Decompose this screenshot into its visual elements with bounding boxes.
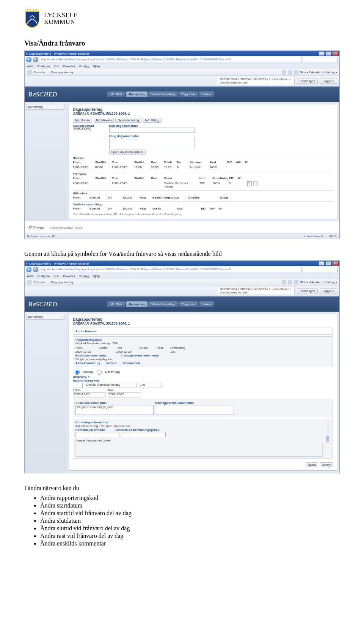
- cancel-button[interactable]: Avbryt: [320, 462, 333, 467]
- crest-icon: [24, 9, 40, 28]
- window-title: Dagrapportering - Windows Internet Explo…: [29, 262, 89, 265]
- panel-head: Ändra frånvaro: [75, 329, 330, 333]
- close-button[interactable]: ×: [332, 261, 338, 266]
- save-comments-button[interactable]: Spara dagkommentarer: [109, 150, 146, 154]
- logout-button[interactable]: Logga ut: [320, 79, 337, 84]
- rapkod-select[interactable]: Önskad Semester heldag: [85, 383, 136, 388]
- btn-ny-narvaro[interactable]: Ny närvaro: [73, 118, 92, 123]
- minimize-button[interactable]: _: [318, 51, 325, 56]
- star-icon: [27, 280, 31, 284]
- ensk-value: Vill gärna vara ledig/Agneta: [75, 358, 113, 361]
- logout-button[interactable]: Logga ut: [320, 289, 337, 293]
- mail-icon[interactable]: [294, 280, 298, 284]
- code-input[interactable]: [73, 383, 83, 388]
- pct-input[interactable]: 100: [139, 383, 162, 388]
- tab-bemanning[interactable]: Bemanning: [126, 301, 147, 307]
- arb-textarea[interactable]: [156, 405, 234, 415]
- delete-icon[interactable]: [253, 181, 258, 186]
- content-title: Dagrapportering: [73, 317, 333, 322]
- ie-icon: e: [26, 52, 28, 55]
- maximize-button[interactable]: □: [325, 261, 331, 266]
- tab-rapporter[interactable]: Rapporter: [179, 91, 198, 97]
- delavdag-radio[interactable]: [97, 370, 102, 375]
- long-comment-label: Lång dagkommentar: [109, 134, 333, 138]
- status-zoom: 100 %: [328, 235, 337, 238]
- sidebar-item-bemanning[interactable]: Bemanning›: [26, 104, 64, 110]
- franvaro-row: 2009-12-202009-12-20Önskad Semester held…: [73, 181, 333, 189]
- address-bar[interactable]: http://localhost/BeschedWeb/Dagrapport.a…: [40, 267, 301, 272]
- tab-lankar[interactable]: Länkar: [199, 301, 214, 307]
- save-button[interactable]: Spara: [306, 462, 318, 467]
- btn-ny-omkontering[interactable]: Ny omkontering: [115, 118, 141, 123]
- page-tab[interactable]: Dagrapportering: [51, 281, 73, 284]
- tab-rapporter[interactable]: Rapporter: [179, 301, 198, 307]
- list-intro: I ändra närvaro kan du: [24, 485, 340, 492]
- utlanelser-heading: Utlånelser: [73, 190, 333, 195]
- ensk-label: Enskildas kommentar: [75, 354, 107, 357]
- feed-icon[interactable]: [288, 70, 292, 74]
- status-left: BeSched version: 10: [27, 235, 55, 238]
- toolbar-right[interactable]: Sida ▾ Säkerhet ▾ Verktyg ▾: [300, 281, 337, 284]
- minimize-button[interactable]: _: [318, 261, 325, 266]
- app-logo: BᴇSCHED: [28, 301, 57, 308]
- ensk-textarea[interactable]: Vill gärna vara ledig/agneta: [75, 405, 154, 415]
- star-icon: [27, 70, 31, 74]
- svg-rect-3: [36, 9, 37, 11]
- refresh-button[interactable]: Hämta igen: [297, 289, 318, 293]
- heldag-radio[interactable]: [75, 370, 80, 375]
- search-box[interactable]: [303, 267, 338, 272]
- omrade-select[interactable]: [75, 432, 119, 437]
- maximize-button[interactable]: □: [325, 51, 331, 56]
- tab-bemanning[interactable]: Bemanning: [126, 91, 147, 97]
- scrollbar[interactable]: [326, 421, 330, 444]
- ursprung-label: Ursprung: F: [73, 375, 90, 378]
- content-person: OREFALK AGNETA, 501206-1064, 1: [73, 112, 333, 115]
- rapkod-label: Rapporteringskod: [75, 338, 330, 342]
- omforing-heading: Omföring och tillägg: [73, 201, 333, 206]
- tab-vikarie[interactable]: Vikarieförmedling: [148, 301, 178, 307]
- close-button[interactable]: ×: [332, 51, 338, 56]
- btn-nytt-tillagg[interactable]: Nytt tillägg: [143, 118, 162, 123]
- home-icon[interactable]: [282, 280, 286, 284]
- long-comment-input[interactable]: [109, 138, 195, 149]
- footnote: *EK = Enskildas kommentar finns, AK = Ar…: [73, 213, 333, 216]
- favorites-label: Favoriter: [34, 281, 46, 284]
- systeam-logo: SYSteam: [28, 225, 44, 231]
- mail-icon[interactable]: [294, 70, 298, 74]
- forward-button[interactable]: [33, 57, 38, 62]
- browser-menu[interactable]: ArkivRedigeraVisaFavoriterVerktygHjälp: [25, 273, 339, 279]
- refresh-button[interactable]: Hämta igen: [297, 79, 318, 84]
- search-box[interactable]: [303, 57, 338, 62]
- tab-min-sida[interactable]: Min Sida: [107, 91, 125, 97]
- screenshot-1: e Dagrapportering - Windows Internet Exp…: [24, 50, 340, 239]
- btn-ny-franvaro[interactable]: Ny frånvaro: [94, 118, 114, 123]
- municipal-logo: LYCKSELE KOMMUN: [24, 9, 340, 28]
- version-text: BeSched version 10.0.2: [50, 226, 83, 230]
- tab-vikarie[interactable]: Vikarieförmedling: [148, 91, 178, 97]
- browser-menu[interactable]: ArkivRedigeraVisaFavoriterVerktygHjälp: [25, 63, 339, 69]
- forward-button[interactable]: [33, 267, 38, 272]
- from-input[interactable]: 2009-12-20: [73, 392, 105, 397]
- svg-rect-0: [27, 9, 28, 11]
- bullet-list: Ändra rapporteringskod Ändra startdatum …: [33, 495, 340, 547]
- page-heading: Visa/Ändra frånvaro: [24, 39, 340, 47]
- edit-franvaro-icon[interactable]: [247, 181, 252, 186]
- back-button[interactable]: [26, 57, 31, 62]
- page-tab[interactable]: Dagrapportering: [51, 71, 73, 74]
- tab-lankar[interactable]: Länkar: [199, 91, 214, 97]
- toolbar-right[interactable]: Sida ▾ Säkerhet ▾ Verktyg ▾: [300, 71, 337, 74]
- tab-min-sida[interactable]: Min Sida: [107, 301, 125, 307]
- logo-text: LYCKSELE KOMMUN: [44, 12, 78, 25]
- home-icon[interactable]: [282, 70, 286, 74]
- back-button[interactable]: [26, 267, 31, 272]
- address-bar[interactable]: http://localhost/BeschedWeb/Dagrapport.a…: [40, 57, 301, 62]
- favorites-label: Favoriter: [34, 71, 46, 74]
- svg-rect-2: [33, 9, 34, 11]
- sidebar-item-bemanning[interactable]: Bemanning›: [26, 314, 64, 320]
- rapkod-value: Önskad Semester heldag - 75E: [75, 342, 330, 345]
- short-comment-input[interactable]: [109, 128, 195, 133]
- tom-input[interactable]: 2009-12-20: [108, 392, 140, 397]
- feed-icon[interactable]: [288, 280, 292, 284]
- date-input[interactable]: 2009-12-20: [73, 127, 91, 131]
- bemgrupp-select[interactable]: [122, 432, 166, 437]
